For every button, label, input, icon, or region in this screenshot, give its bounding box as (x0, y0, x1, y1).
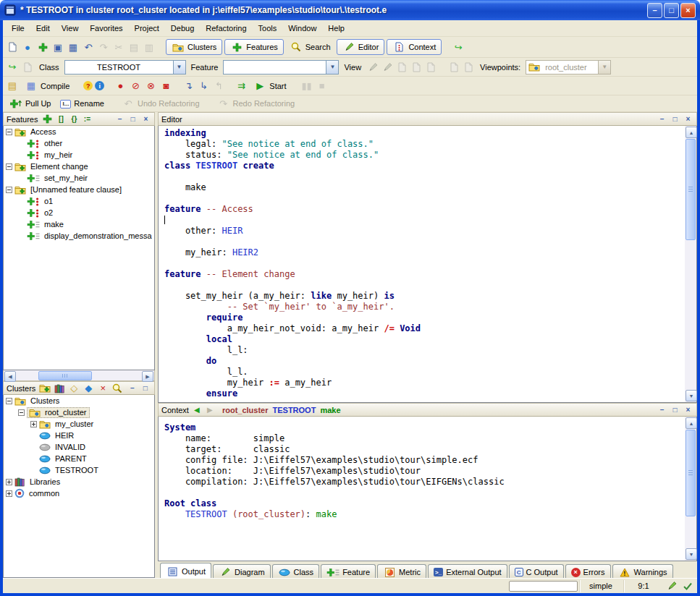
scroll-left-icon[interactable]: ◀ (4, 371, 16, 382)
tree-item[interactable]: Access (4, 126, 154, 137)
pull-up-button[interactable]: Pull Up (6, 95, 54, 111)
drop-breakpoint-icon[interactable]: ● (114, 80, 127, 92)
menu-edit[interactable]: Edit (30, 22, 56, 35)
run-ignore-breakpoints-icon[interactable]: ⇉ (235, 80, 248, 92)
collapse-icon[interactable] (6, 187, 12, 193)
braces-icon[interactable]: {} (68, 113, 80, 125)
breakpoints-tool-icon[interactable]: ◙ (159, 80, 172, 92)
menu-tools[interactable]: Tools (253, 22, 283, 35)
title-bar[interactable]: * TESTROOT in cluster root_cluster locat… (0, 0, 700, 20)
step-over-icon[interactable]: ↳ (197, 80, 210, 92)
context-button[interactable]: Context (387, 39, 442, 55)
search-icon[interactable] (111, 382, 124, 394)
editor-vertical-scrollbar[interactable]: ▲ ▼ (685, 126, 696, 402)
editor-button[interactable]: Editor (337, 39, 385, 55)
collapse-icon[interactable] (6, 398, 12, 404)
send-to-editor-icon[interactable]: ↪ (6, 61, 19, 73)
scroll-right-icon[interactable]: ▶ (142, 371, 153, 382)
scrollbar-thumb[interactable] (38, 371, 92, 380)
menu-window[interactable]: Window (282, 22, 322, 35)
menu-debug[interactable]: Debug (165, 22, 200, 35)
chevron-down-icon[interactable]: ▼ (326, 61, 338, 74)
tree-item[interactable]: o2 (4, 207, 154, 218)
history-back-icon[interactable]: ◀ (192, 406, 202, 414)
save-icon[interactable]: ▣ (51, 41, 64, 54)
tree-item[interactable]: INVALID (4, 441, 154, 453)
tree-item[interactable]: make (4, 218, 154, 230)
tab-errors[interactable]: ×Errors (565, 564, 611, 579)
pane-close-button[interactable]: × (140, 114, 151, 124)
pane-close-button[interactable]: × (683, 404, 693, 415)
tree-item[interactable]: set_my_heir (4, 172, 154, 184)
step-into-icon[interactable]: ↴ (182, 80, 195, 92)
menu-favorites[interactable]: Favorites (84, 22, 128, 35)
tab-diagram[interactable]: Diagram (213, 564, 271, 579)
pane-minimize-button[interactable]: – (127, 383, 138, 393)
assigner-icon[interactable]: := (81, 113, 93, 125)
expand-icon[interactable] (30, 421, 37, 427)
pane-maximize-button[interactable]: □ (127, 114, 138, 124)
start-button[interactable]: ▶ Start (250, 78, 290, 94)
add-library-icon[interactable] (53, 382, 66, 394)
tree-item[interactable]: other (4, 137, 154, 149)
menu-refactoring[interactable]: Refactoring (200, 22, 252, 35)
rename-button[interactable]: I...Rename (56, 95, 107, 111)
pane-minimize-button[interactable]: – (657, 114, 667, 124)
project-settings-icon[interactable]: ▤ (6, 80, 19, 92)
tree-item[interactable]: root_cluster (4, 406, 154, 418)
external-editor-icon[interactable]: ↪ (452, 41, 465, 54)
context-crumb[interactable]: root_cluster (222, 406, 269, 414)
new-feature-icon[interactable] (36, 41, 49, 54)
add-item-icon[interactable]: ◆ (82, 382, 95, 394)
close-button[interactable]: × (680, 3, 696, 18)
scrollbar-thumb[interactable] (686, 430, 696, 516)
tab-metric[interactable]: Metric (377, 564, 426, 579)
open-file-icon[interactable]: ● (21, 41, 34, 54)
context-crumb[interactable]: make (320, 406, 340, 414)
class-combobox[interactable]: TESTROOT ▼ (64, 60, 186, 74)
tree-item[interactable]: HEIR (4, 430, 154, 441)
editor-code-area[interactable]: indexing legal: "See notice at end of cl… (159, 126, 685, 402)
context-output-area[interactable]: System name: simple target: classic conf… (159, 417, 685, 561)
remove-breakpoints-icon[interactable]: ⊗ (144, 80, 157, 92)
menu-file[interactable]: File (6, 22, 30, 35)
pane-maximize-button[interactable]: □ (670, 404, 680, 415)
tree-item[interactable]: PARENT (4, 453, 154, 464)
new-cluster-icon[interactable] (38, 382, 51, 394)
tree-item[interactable]: Element change (4, 161, 154, 172)
menu-help[interactable]: Help (322, 22, 350, 35)
scrollbar-thumb[interactable] (686, 139, 696, 240)
tab-class[interactable]: Class (272, 564, 320, 579)
expand-icon[interactable] (6, 490, 12, 497)
collapse-icon[interactable] (18, 409, 25, 416)
pane-minimize-button[interactable]: – (657, 404, 667, 415)
tree-item[interactable]: my_heir (4, 149, 154, 161)
search-button[interactable]: Search (286, 39, 334, 55)
feature-combobox[interactable]: ▼ (223, 60, 339, 74)
menu-view[interactable]: View (56, 22, 85, 35)
chevron-down-icon[interactable]: ▼ (173, 61, 185, 74)
scroll-down-icon[interactable]: ▼ (686, 548, 697, 560)
new-document-icon[interactable] (6, 41, 19, 54)
tab-output[interactable]: Output (160, 563, 211, 579)
pane-minimize-button[interactable]: – (114, 114, 125, 124)
menu-project[interactable]: Project (129, 22, 165, 35)
compile-button[interactable]: ▦ Compile (21, 78, 73, 94)
collapse-icon[interactable] (6, 129, 12, 135)
context-crumb[interactable]: TESTROOT (273, 406, 316, 414)
scroll-up-icon[interactable]: ▲ (686, 417, 697, 429)
minimize-button[interactable]: – (647, 3, 662, 18)
alias-brackets-icon[interactable]: [] (55, 113, 67, 125)
context-vertical-scrollbar[interactable]: ▲ ▼ (685, 417, 696, 561)
pane-maximize-button[interactable]: □ (140, 383, 151, 393)
tab-external-output[interactable]: >_External Output (428, 564, 507, 579)
features-horizontal-scrollbar[interactable]: ◀ ▶ (3, 370, 155, 381)
info-icon[interactable]: i (95, 81, 104, 90)
features-button[interactable]: Features (224, 39, 283, 55)
error-info-icon[interactable]: ? (83, 81, 93, 90)
undo-icon[interactable]: ↶ (82, 41, 95, 54)
remove-item-icon[interactable]: ◇ (67, 382, 80, 394)
tab-c-output[interactable]: CC Output (509, 564, 564, 579)
tree-item[interactable]: Libraries (4, 476, 154, 488)
new-feature-icon[interactable] (41, 113, 54, 125)
